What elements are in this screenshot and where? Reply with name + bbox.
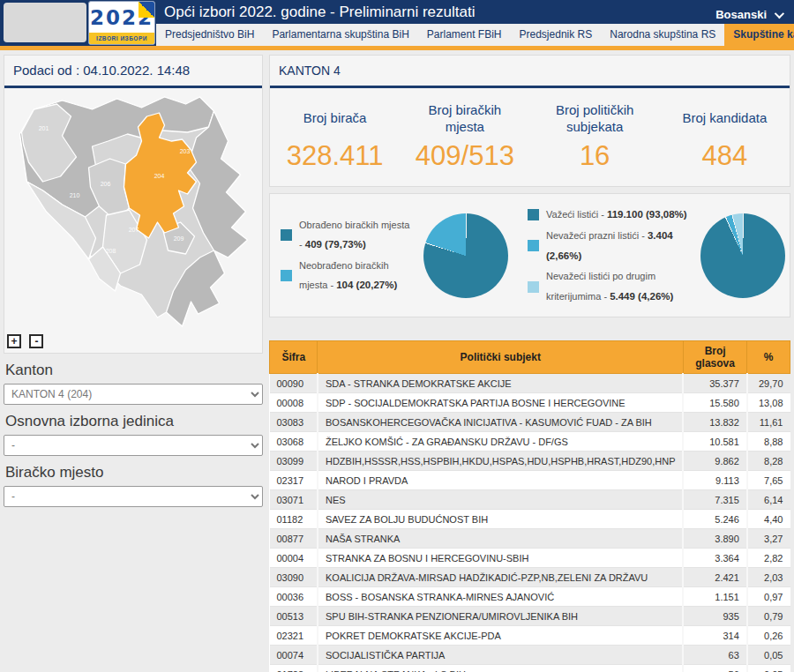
tab-parlamentarna-skup-tina-bih[interactable]: Parlamentarna skupština BiH [263,24,417,46]
stat-value: 328.411 [270,140,400,172]
legend-color-swatch [281,270,292,281]
map-zoom-out-button[interactable]: - [29,334,43,348]
cell-pct: 8,88 [747,432,790,452]
cell-votes: 7.315 [683,490,746,510]
cell-pct: 2,03 [747,568,790,587]
stat-value: 16 [530,140,660,172]
table-row: 01182SAVEZ ZA BOLJU BUDUĆNOST BIH5.2464,… [270,510,790,529]
data-timestamp: Podaci od : 04.10.2022. 14:48 [4,56,262,88]
stat-value: 484 [660,140,790,172]
legend-text: Nevažeći listići po drugim kriterijumima… [546,267,692,306]
cell-pct: 11,61 [747,413,790,432]
table-row: 03071NES7.3156,14 [270,490,790,510]
filter-label-kanton: Kanton [5,362,263,379]
cell-votes: 15.580 [683,393,746,413]
cell-pct: 0,05 [747,665,790,672]
legend-text: Važeći listići - 119.100 (93,08%) [546,205,687,224]
filter-label-bira-ko-mjesto: Biračko mjesto [5,464,263,482]
map-region-label-203[interactable]: 203 [180,148,191,154]
stat-broj-bira-kih-mjesta: Broj biračkih mjesta409/513 [400,100,529,172]
cell-code: 03083 [270,413,318,432]
cell-name: LIBERALNA STRANKA - LS BIH [318,665,683,672]
tab-predsjednik-rs[interactable]: Predsjednik RS [511,24,602,46]
kanton-select[interactable]: KANTON 4 (204) [4,384,263,405]
page-title: Opći izbori 2022. godine - Preliminarni … [164,4,475,21]
language-selector[interactable]: Bosanski [715,8,782,21]
pie-legend-listici: Važeći listići - 119.100 (93,08%)Nevažeć… [528,203,692,308]
cell-code: 03068 [270,432,318,452]
cell-code: 00074 [270,646,318,665]
map-region-label-210[interactable]: 210 [70,192,80,198]
tab-narodna-skup-tina-rs[interactable]: Narodna skupština RS [601,24,724,46]
top-header-bar: 2022 IZBORI ИЗБОРИ Opći izbori 2022. god… [0,0,794,46]
language-label: Bosanski [715,8,767,21]
map-zoom-in-button[interactable]: + [7,334,21,348]
cell-name: SAVEZ ZA BOLJU BUDUĆNOST BIH [318,510,683,529]
cell-code: 00090 [270,374,318,393]
cell-votes: 2.421 [683,568,746,587]
map-region-label-204[interactable]: 204 [154,173,165,179]
map-region-label-208[interactable]: 208 [106,248,116,254]
header-placeholder-box [4,3,86,42]
map-region-label-206[interactable]: 206 [101,181,111,187]
cell-votes: 3.890 [683,529,746,549]
cell-code: 03090 [270,568,318,587]
cell-code: 00877 [270,529,318,549]
bira-ko-mjesto-select[interactable]: - [4,486,263,507]
cell-name: POKRET DEMOKRATSKE AKCIJE-PDA [318,626,683,646]
column-header-politi-ki-subjekt: Politički subjekt [318,341,683,374]
cell-votes: 9.862 [683,452,746,471]
cell-code: 02317 [270,471,318,490]
results-table: ŠifraPolitički subjektBroj glasova% 0009… [269,340,790,672]
filter-label-osnovna-izborna-jedinica: Osnovna izborna jedinica [5,413,263,430]
map-panel: Podaci od : 04.10.2022. 14:48 [4,55,263,354]
map-region-label-201[interactable]: 201 [39,125,49,131]
table-row: 02321POKRET DEMOKRATSKE AKCIJE-PDA3140,2… [270,626,790,646]
table-row: 03099HDZBIH,HSSSR,HSS,HSPBIH,HKDU,HSPAS,… [270,452,790,471]
cell-code: 00004 [270,549,318,568]
cell-pct: 7,65 [747,471,790,490]
cell-votes: 935 [683,607,746,626]
table-row: 03068ŽELJKO KOMŠIĆ - ZA GRAĐANSKU DRŽAVU… [270,432,790,452]
cell-votes: 314 [683,626,746,646]
left-sidebar: Podaci od : 04.10.2022. 14:48 [4,55,263,672]
stat-label: Broj političkih subjekata [530,100,660,137]
cell-votes: 56 [683,665,746,672]
cell-name: STRANKA ZA BOSNU I HERCEGOVINU-SBIH [318,549,683,568]
stat-label: Broj birača [270,100,400,137]
tab-parlament-fbih[interactable]: Parlament FBiH [418,24,511,46]
cell-name: NAROD I PRAVDA [318,471,683,490]
stat-label: Broj kandidata [660,100,790,137]
legend-text: Obrađeno biračkih mjesta - 409 (79,73%) [299,216,415,255]
cell-code: 03071 [270,490,318,510]
cell-votes: 63 [683,646,746,665]
table-row: 00004STRANKA ZA BOSNU I HERCEGOVINU-SBIH… [270,549,790,568]
cell-pct: 6,14 [747,490,790,510]
bosnia-cantons-map[interactable]: 201203204206210207209208 [7,90,259,330]
cell-votes: 1.151 [683,587,746,607]
cell-code: 01728 [270,665,318,672]
legend-item-va-e-i-listi-i: Važeći listići - 119.100 (93,08%) [528,205,692,224]
stat-broj-bira-a: Broj birača328.411 [270,100,400,172]
stat-value: 409/513 [400,140,529,172]
stat-broj-politi-kih-subjekata: Broj političkih subjekata16 [530,100,660,172]
tab-skup-tine-kantona-u-fbih[interactable]: Skupštine kantona u FBiH [724,24,794,46]
cell-pct: 8,28 [747,452,790,471]
cell-name: BOSS - BOSANSKA STRANKA-MIRNES AJANOVIĆ [318,587,683,607]
cell-code: 01182 [270,510,318,529]
region-title: KANTON 4 [270,56,790,88]
legend-item-neva-e-i-prazni-listi-i: Nevažeći prazni listići - 3.404 (2,66%) [528,226,692,265]
tab-predsjedni-tvo-bih[interactable]: Predsjedništvo BiH [156,24,263,46]
legend-item-obra-eno-bira-kih-mjesta: Obrađeno biračkih mjesta - 409 (79,73%) [281,216,415,255]
election-2022-logo[interactable]: 2022 IZBORI ИЗБОРИ [88,1,155,45]
pie-legend-biracka-mjesta: Obrađeno biračkih mjesta - 409 (79,73%)N… [281,214,415,297]
table-row: 00074SOCIJALISTIČKA PARTIJA630,05 [270,646,790,665]
osnovna-izborna-jedinica-select[interactable]: - [4,435,263,456]
map-region-label-209[interactable]: 209 [174,235,184,242]
cell-pct: 0,05 [747,646,790,665]
cell-name: SDP - SOCIJALDEMOKRATSKA PARTIJA BOSNE I… [318,393,683,413]
cell-name: BOSANSKOHERCEGOVAČKA INICIJATIVA - KASUM… [318,413,683,432]
cell-name: ŽELJKO KOMŠIĆ - ZA GRAĐANSKU DRŽAVU - DF… [318,432,683,452]
pie-chart-listici [700,213,785,298]
map-region-label-207[interactable]: 207 [129,227,139,233]
